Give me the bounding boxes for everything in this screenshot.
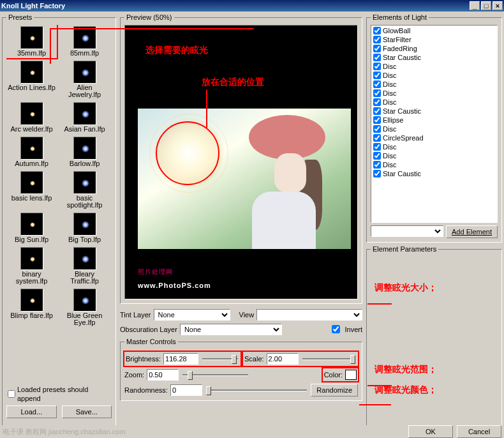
preset-item[interactable]: basic spotlight.lfp xyxy=(61,171,108,209)
elements-list[interactable]: GlowBallStarFilterFadedRingStar CausticD… xyxy=(371,25,498,223)
element-checkbox[interactable] xyxy=(373,63,381,70)
element-item[interactable]: GlowBall xyxy=(372,26,496,35)
element-checkbox[interactable] xyxy=(373,134,381,142)
element-checkbox[interactable] xyxy=(373,143,381,151)
scale-input[interactable] xyxy=(267,353,299,365)
element-label: Disc xyxy=(383,71,396,80)
close-button[interactable]: × xyxy=(493,1,503,10)
preset-item[interactable]: binary system.lfp xyxy=(8,247,56,285)
annotation-line xyxy=(206,89,207,128)
element-item[interactable]: FadedRing xyxy=(372,44,496,53)
element-checkbox[interactable] xyxy=(373,80,381,88)
save-button[interactable]: Save... xyxy=(62,405,112,418)
element-item[interactable]: CircleSpread xyxy=(372,133,496,142)
annotation-circle xyxy=(156,121,219,185)
presets-grid[interactable]: 35mm.lfp85mm.lfpAction Lines.lfpAlien Je… xyxy=(6,25,112,382)
preset-item[interactable]: Barlow.lfp xyxy=(61,137,108,167)
preset-item[interactable]: Autumn.lfp xyxy=(8,137,56,167)
ok-button[interactable]: OK xyxy=(408,425,453,438)
dialog-footer: 电子课 教程网 jiaocheng.chazidian.com OK Cance… xyxy=(0,425,504,438)
presets-panel: Presets 35mm.lfp85mm.lfpAction Lines.lfp… xyxy=(2,13,116,434)
element-checkbox[interactable] xyxy=(373,107,381,115)
cancel-button[interactable]: Cancel xyxy=(457,425,501,438)
randomness-slider[interactable] xyxy=(205,384,308,396)
element-checkbox[interactable] xyxy=(373,45,381,52)
annotation-size: 调整眩光大小； xyxy=(374,282,437,294)
annotation-connector-v xyxy=(50,28,51,64)
add-element-button[interactable]: Add Element xyxy=(446,225,498,238)
annotation-arrow-size xyxy=(367,303,392,305)
element-item[interactable]: Disc xyxy=(372,125,496,133)
element-label: GlowBall xyxy=(383,26,410,35)
preset-item[interactable]: Blimp flare.lfp xyxy=(8,289,56,326)
load-button[interactable]: Load... xyxy=(6,405,57,418)
scale-slider[interactable] xyxy=(301,353,357,365)
element-type-select[interactable] xyxy=(371,225,443,237)
preset-label: basic lens.lfp xyxy=(11,195,52,202)
element-item[interactable]: Disc xyxy=(372,98,496,107)
color-label: Color: xyxy=(324,371,343,379)
preset-item[interactable]: Alien Jewelry.lfp xyxy=(61,61,108,98)
obscuration-select[interactable]: None xyxy=(180,324,282,335)
zoom-slider[interactable] xyxy=(181,369,249,381)
element-item[interactable]: Disc xyxy=(372,89,496,98)
element-checkbox[interactable] xyxy=(373,116,381,124)
preset-label: Bleary Traffic.lfp xyxy=(61,271,108,285)
invert-checkbox[interactable] xyxy=(332,325,340,333)
element-checkbox[interactable] xyxy=(373,27,381,34)
minimize-button[interactable]: _ xyxy=(470,1,480,10)
element-item[interactable]: Star Caustic xyxy=(372,169,496,178)
preset-item[interactable]: Action Lines.lfp xyxy=(8,61,56,98)
element-label: CircleSpread xyxy=(383,133,424,142)
element-item[interactable]: Disc xyxy=(372,71,496,80)
preset-item[interactable]: basic lens.lfp xyxy=(8,171,56,209)
element-item[interactable]: Star Caustic xyxy=(372,53,496,62)
preset-item[interactable]: 85mm.lfp xyxy=(61,26,108,57)
loaded-append-checkbox[interactable] xyxy=(8,390,15,398)
element-checkbox[interactable] xyxy=(373,170,381,177)
element-label: Disc xyxy=(383,62,396,71)
element-item[interactable]: StarFilter xyxy=(372,35,496,44)
preset-item[interactable]: 35mm.lfp xyxy=(8,26,56,57)
zoom-input[interactable] xyxy=(147,369,179,381)
preset-label: Big Sun.lfp xyxy=(15,236,48,243)
titlebar[interactable]: Knoll Light Factory _ □ × xyxy=(0,0,504,11)
brightness-input[interactable] xyxy=(163,353,198,365)
preview-legend: Preview (50%) xyxy=(124,13,174,21)
element-checkbox[interactable] xyxy=(373,152,381,160)
element-label: Ellipse xyxy=(383,116,403,125)
maximize-button[interactable]: □ xyxy=(481,1,491,10)
color-swatch[interactable] xyxy=(345,370,357,380)
element-checkbox[interactable] xyxy=(373,161,381,169)
element-checkbox[interactable] xyxy=(373,36,381,43)
randomness-input[interactable] xyxy=(170,384,202,396)
element-checkbox[interactable] xyxy=(373,98,381,106)
annotation-connector xyxy=(50,28,254,29)
element-checkbox[interactable] xyxy=(373,89,381,97)
preview-canvas[interactable]: 选择需要的眩光 放在合适的位置 照片处理网 www.PhotoPS.com xyxy=(124,25,358,299)
tint-layer-select[interactable]: None xyxy=(154,309,230,321)
brightness-slider[interactable] xyxy=(201,353,239,365)
element-checkbox[interactable] xyxy=(373,72,381,79)
annotation-arrow-color xyxy=(359,404,391,405)
randomize-button[interactable]: Randomize xyxy=(311,384,358,396)
preset-label: Barlow.lfp xyxy=(70,160,100,167)
preset-item[interactable]: Big Sun.lfp xyxy=(8,213,56,243)
preset-item[interactable]: Big Top.lfp xyxy=(61,213,108,243)
element-item[interactable]: Ellipse xyxy=(372,116,496,125)
presets-legend: Presets xyxy=(6,13,34,21)
element-item[interactable]: Disc xyxy=(372,80,496,89)
preset-label: 35mm.lfp xyxy=(17,50,46,57)
preset-item[interactable]: Blue Green Eye.lfp xyxy=(61,289,108,326)
preset-item[interactable]: Bleary Traffic.lfp xyxy=(61,247,108,285)
element-checkbox[interactable] xyxy=(373,125,381,133)
view-select[interactable] xyxy=(256,309,362,321)
element-item[interactable]: Disc xyxy=(372,142,496,151)
element-item[interactable]: Disc xyxy=(372,62,496,71)
element-item[interactable]: Star Caustic xyxy=(372,107,496,116)
preset-item[interactable]: Arc welder.lfp xyxy=(8,102,56,133)
element-item[interactable]: Disc xyxy=(372,160,496,169)
element-checkbox[interactable] xyxy=(373,54,381,61)
preset-item[interactable]: Asian Fan.lfp xyxy=(61,102,108,133)
element-item[interactable]: Disc xyxy=(372,151,496,160)
